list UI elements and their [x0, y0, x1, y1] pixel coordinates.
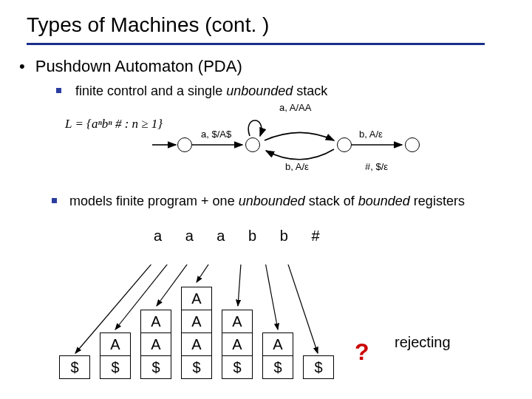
stack-column: A$	[262, 333, 293, 379]
state-q3	[405, 137, 420, 152]
state-q0	[177, 137, 192, 152]
bullet-pda: Pushdown Automaton (PDA)	[19, 57, 510, 76]
question-mark: ?	[355, 338, 369, 366]
models-em2: bounded	[358, 194, 410, 208]
svg-line-8	[262, 265, 278, 330]
stack-cell: $	[181, 355, 212, 379]
bullet-finite-control: finite control and a single unbounded st…	[56, 83, 510, 99]
input-tape: a a a b b #	[154, 228, 330, 245]
stack-cell: A	[181, 287, 212, 310]
stack-cell: $	[140, 355, 171, 379]
stack-column: $	[303, 356, 334, 379]
stack-cell: $	[303, 355, 334, 379]
stack-cell: A	[262, 332, 293, 356]
stack-cell: A	[140, 332, 171, 356]
models-post: registers	[410, 194, 465, 208]
stack-cell: $	[59, 355, 90, 379]
stack-column: AA$	[222, 310, 253, 379]
svg-line-6	[197, 265, 223, 282]
stack-column: AA$	[140, 310, 171, 379]
state-q1	[245, 137, 260, 152]
bullet-models: models finite program + one unbounded st…	[52, 194, 465, 209]
models-pre: models finite program + one	[69, 194, 239, 208]
stack-cell: A	[181, 332, 212, 356]
stack-column: AAA$	[181, 287, 212, 379]
trans-left: a, $/A$	[201, 129, 231, 140]
b2-pre: finite control and a single	[75, 83, 226, 98]
models-mid: stack of	[305, 194, 358, 208]
svg-line-7	[238, 265, 242, 306]
stack-column: $	[59, 356, 90, 379]
stack-cell: $	[222, 355, 253, 379]
stack-cell: A	[222, 310, 253, 333]
b2-post: stack	[293, 83, 327, 98]
stack-cell: A	[222, 332, 253, 356]
diagram-arrows	[148, 102, 443, 191]
trans-top: a, A/AA	[279, 102, 311, 113]
rejecting-label: rejecting	[395, 334, 451, 351]
stack-cell: $	[100, 355, 131, 379]
stack-cell: $	[262, 355, 293, 379]
stack-column: A$	[100, 333, 131, 379]
stack-trace: $A$AA$AAA$AA$A$$ ? rejecting	[59, 265, 473, 390]
state-q2	[337, 137, 352, 152]
pda-diagram: a, A/AA a, $/A$ b, A/ε b, A/ε #, $/ε	[148, 102, 443, 183]
page-title: Types of Machines (cont. )	[27, 13, 485, 45]
stack-cell: A	[140, 310, 171, 333]
b2-em: unbounded	[226, 83, 293, 98]
stack-cell: A	[181, 310, 212, 333]
models-em1: unbounded	[239, 194, 305, 208]
stack-cell: A	[100, 332, 131, 356]
trans-right: b, A/ε	[359, 129, 383, 140]
trans-bottom: b, A/ε	[285, 161, 309, 172]
trans-final: #, $/ε	[365, 161, 388, 172]
